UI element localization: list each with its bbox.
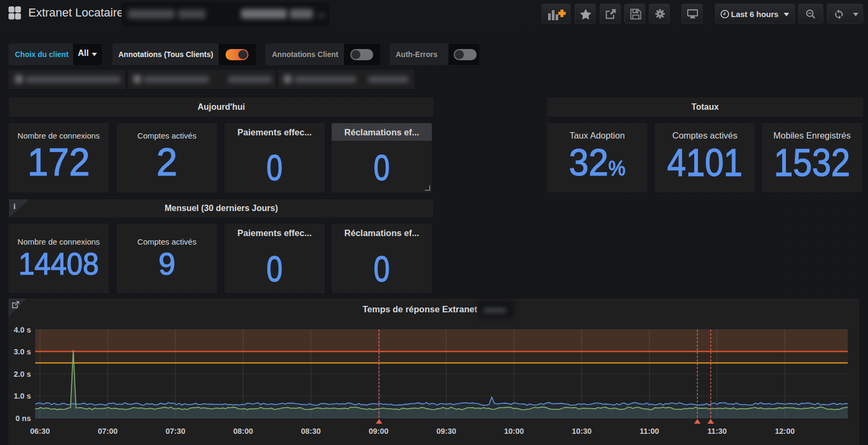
svg-text:09:30: 09:30 <box>436 427 456 435</box>
svg-text:11:30: 11:30 <box>708 427 727 435</box>
svg-text:07:30: 07:30 <box>165 427 185 435</box>
svg-text:2.0 s: 2.0 s <box>14 370 31 378</box>
svg-text:10:00: 10:00 <box>504 427 524 435</box>
svg-text:3.0 s: 3.0 s <box>14 347 31 356</box>
svg-text:0 ns: 0 ns <box>15 414 31 423</box>
svg-text:06:30: 06:30 <box>30 427 50 435</box>
svg-text:07:00: 07:00 <box>98 427 117 435</box>
svg-text:09:00: 09:00 <box>368 427 388 435</box>
svg-text:11:00: 11:00 <box>640 427 659 435</box>
svg-text:12:00: 12:00 <box>775 427 794 435</box>
svg-text:1.0 s: 1.0 s <box>14 392 31 400</box>
svg-text:08:30: 08:30 <box>301 427 320 435</box>
svg-text:08:00: 08:00 <box>233 427 253 435</box>
svg-text:4.0 s: 4.0 s <box>14 326 31 334</box>
svg-text:i: i <box>13 202 15 211</box>
svg-text:10:30: 10:30 <box>572 427 591 435</box>
